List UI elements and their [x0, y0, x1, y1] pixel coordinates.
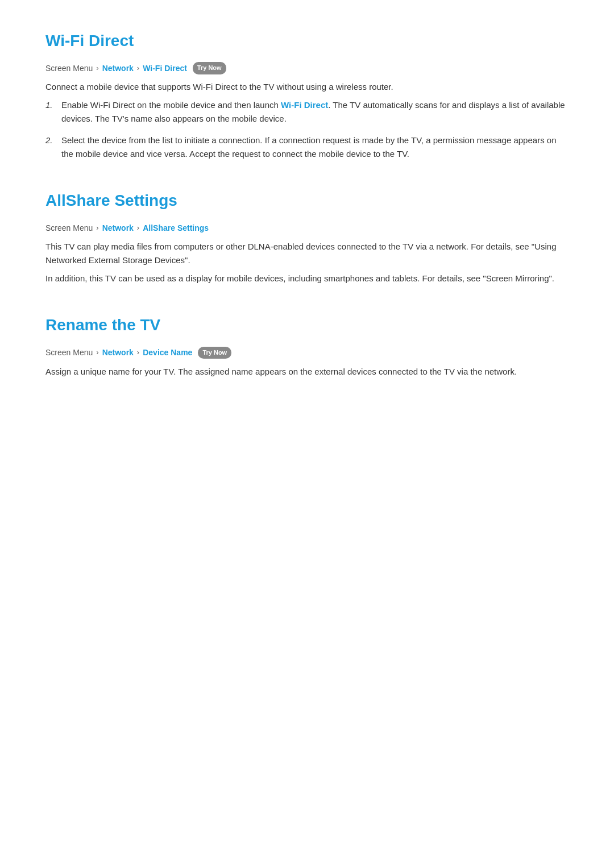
rename-tv-breadcrumb: Screen Menu › Network › Device Name Try …: [45, 346, 569, 359]
list-number-1: 1.: [45, 98, 61, 112]
rename-tv-para-1: Assign a unique name for your TV. The as…: [45, 365, 569, 379]
allshare-settings-title: AllShare Settings: [45, 188, 569, 214]
breadcrumb-device-name[interactable]: Device Name: [143, 346, 192, 359]
breadcrumb-sep-5: ›: [96, 347, 98, 359]
breadcrumb-sep-6: ›: [137, 347, 139, 359]
breadcrumb-network-2[interactable]: Network: [102, 222, 134, 234]
list-content-1: Enable Wi-Fi Direct on the mobile device…: [61, 98, 569, 126]
wifi-direct-title: Wi-Fi Direct: [45, 28, 569, 54]
try-now-badge-wifi-direct[interactable]: Try Now: [193, 62, 226, 74]
rename-tv-body: Assign a unique name for your TV. The as…: [45, 365, 569, 379]
breadcrumb-wifi-direct[interactable]: Wi-Fi Direct: [143, 62, 187, 74]
breadcrumb-sep-3: ›: [96, 222, 98, 234]
wifi-direct-intro: Connect a mobile device that supports Wi…: [45, 80, 569, 94]
list-content-2: Select the device from the list to initi…: [61, 134, 569, 161]
list-item: 2. Select the device from the list to in…: [45, 134, 569, 161]
breadcrumb-screen-menu-1: Screen Menu: [45, 62, 93, 74]
breadcrumb-network-1[interactable]: Network: [102, 62, 134, 74]
breadcrumb-sep-2: ›: [137, 63, 139, 74]
allshare-breadcrumb: Screen Menu › Network › AllShare Setting…: [45, 222, 569, 234]
rename-tv-title: Rename the TV: [45, 313, 569, 338]
allshare-settings-section: AllShare Settings Screen Menu › Network …: [45, 188, 569, 285]
wifi-direct-list: 1. Enable Wi-Fi Direct on the mobile dev…: [45, 98, 569, 161]
breadcrumb-screen-menu-3: Screen Menu: [45, 346, 93, 359]
list-number-2: 2.: [45, 134, 61, 147]
allshare-settings-body: This TV can play media files from comput…: [45, 240, 569, 285]
try-now-badge-rename-tv[interactable]: Try Now: [198, 347, 231, 359]
allshare-para-1: This TV can play media files from comput…: [45, 240, 569, 267]
breadcrumb-screen-menu-2: Screen Menu: [45, 222, 93, 234]
wifi-direct-body: Connect a mobile device that supports Wi…: [45, 80, 569, 161]
wifi-direct-link[interactable]: Wi-Fi Direct: [281, 100, 328, 110]
rename-tv-section: Rename the TV Screen Menu › Network › De…: [45, 313, 569, 378]
wifi-direct-breadcrumb: Screen Menu › Network › Wi-Fi Direct Try…: [45, 62, 569, 74]
breadcrumb-allshare-settings[interactable]: AllShare Settings: [143, 222, 209, 234]
wifi-direct-section: Wi-Fi Direct Screen Menu › Network › Wi-…: [45, 28, 569, 161]
breadcrumb-sep-1: ›: [96, 63, 98, 74]
list-item: 1. Enable Wi-Fi Direct on the mobile dev…: [45, 98, 569, 126]
breadcrumb-network-3[interactable]: Network: [102, 346, 134, 359]
allshare-para-2: In addition, this TV can be used as a di…: [45, 272, 569, 285]
breadcrumb-sep-4: ›: [137, 222, 139, 234]
